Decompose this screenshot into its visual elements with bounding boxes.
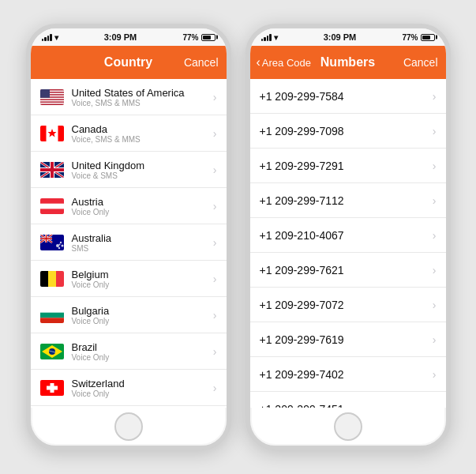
svg-rect-4 [40,97,64,99]
signal-icon-2 [261,33,272,41]
number-item[interactable]: +1 209-299-7072 › [250,288,446,322]
chevron-right-icon: › [433,194,437,207]
svg-rect-43 [40,318,64,323]
svg-rect-5 [40,100,64,101]
number-item[interactable]: +1 209-299-7621 › [250,253,446,288]
chevron-right-icon: › [433,229,437,242]
list-item[interactable]: Chile SMS › [31,406,227,408]
chevron-right-icon: › [433,90,437,103]
chevron-right-icon: › [213,91,217,103]
home-button-1[interactable] [114,412,143,441]
number-item[interactable]: +1 209-299-7402 › [250,357,446,392]
svg-rect-39 [48,271,56,287]
svg-rect-10 [58,126,64,141]
svg-rect-9 [40,126,47,141]
phone-numbers: ▾ 3:09 PM 77% ‹ Area Code Numbers Cancel… [245,24,451,450]
nav-bar-country: Country Cancel [31,46,227,79]
svg-rect-42 [40,312,64,318]
flag-australia [40,235,64,250]
svg-point-36 [61,244,63,246]
chevron-right-icon: › [213,127,217,140]
svg-rect-6 [40,102,64,103]
list-item[interactable]: United States of America Voice, SMS & MM… [31,79,227,115]
country-name-text: Australia SMS [72,232,213,253]
country-name-text: Belgium Voice Only [72,269,213,289]
svg-point-35 [58,246,59,248]
svg-rect-7 [40,89,50,98]
flag-bulgaria [40,307,64,323]
chevron-right-icon: › [213,273,217,285]
chevron-right-icon: › [213,345,217,358]
wifi-icon: ▾ [54,33,58,42]
country-name-text: Canada Voice, SMS & MMS [72,123,213,144]
number-item[interactable]: +1 209-299-7112 › [250,183,446,218]
list-item[interactable]: Canada Voice, SMS & MMS › [31,115,227,152]
status-bar-2: ▾ 3:09 PM 77% [250,28,446,46]
country-name-text: Switzerland Voice Only [72,378,213,398]
list-item[interactable]: Bulgaria Voice Only › [31,297,227,333]
battery-percent-1: 77% [182,33,198,42]
chevron-right-icon: › [213,382,217,394]
svg-point-33 [56,244,59,247]
svg-rect-40 [56,271,64,287]
chevron-right-icon: › [213,164,217,176]
svg-point-37 [58,243,60,245]
country-name-text: Bulgaria Voice Only [72,305,213,325]
flag-austria [40,198,64,214]
number-item[interactable]: +1 209-299-7584 › [250,79,446,114]
country-list: United States of America Voice, SMS & MM… [31,79,227,408]
flag-usa [40,89,64,105]
country-name-text: Austria Voice Only [72,196,213,216]
nav-title-country: Country [104,55,152,70]
chevron-right-icon: › [433,160,437,172]
battery-icon-1 [201,34,216,41]
phone-country: ▾ 3:09 PM 77% Country Cancel [26,24,231,450]
svg-rect-50 [47,386,58,389]
chevron-right-icon: › [213,236,217,249]
list-item[interactable]: Australia SMS › [31,224,227,261]
nav-title-numbers: Numbers [320,55,375,70]
wifi-icon-2: ▾ [274,33,278,42]
back-label: Area Code [262,57,311,69]
battery-icon-2 [421,34,435,41]
country-name-text: United States of America Voice, SMS & MM… [72,87,213,107]
home-button-2[interactable] [334,412,362,441]
number-item[interactable]: +1 209-299-7098 › [250,114,446,149]
nav-bar-numbers: ‹ Area Code Numbers Cancel [250,46,446,79]
status-bar-1: ▾ 3:09 PM 77% [31,28,227,46]
svg-point-34 [59,241,61,243]
signal-icon [42,33,52,41]
number-item[interactable]: +1 209-299-7451 › [250,392,446,408]
cancel-button-2[interactable]: Cancel [403,56,438,69]
list-item[interactable]: Austria Voice Only › [31,188,227,224]
number-item[interactable]: +1 209-210-4067 › [250,218,446,253]
chevron-right-icon: › [433,403,437,408]
battery-percent-2: 77% [402,33,418,42]
list-item[interactable]: Brazil Voice Only › [31,333,227,370]
flag-canada [40,126,64,141]
country-name-text: United Kingdom Voice & SMS [72,160,213,180]
svg-rect-22 [40,203,64,209]
country-name-text: Brazil Voice Only [72,341,213,362]
flag-switzerland [40,380,64,396]
list-item[interactable]: Belgium Voice Only › [31,261,227,297]
list-item[interactable]: United Kingdom Voice & SMS › [31,152,227,188]
chevron-right-icon: › [433,264,437,276]
chevron-left-icon: ‹ [257,55,260,70]
number-item[interactable]: +1 209-299-7619 › [250,322,446,357]
list-item[interactable]: Switzerland Voice Only › [31,370,227,406]
flag-uk [40,162,64,178]
chevron-right-icon: › [213,309,217,322]
svg-rect-38 [40,271,48,287]
status-time-1: 3:09 PM [104,32,137,42]
chevron-right-icon: › [433,368,437,381]
chevron-right-icon: › [433,299,437,311]
cancel-button-1[interactable]: Cancel [184,56,219,69]
back-button[interactable]: ‹ Area Code [257,55,311,70]
svg-rect-20 [40,168,64,171]
svg-rect-32 [40,238,52,239]
number-item[interactable]: +1 209-299-7291 › [250,149,446,183]
flag-brazil [40,344,64,359]
chevron-right-icon: › [433,125,437,137]
flag-belgium [40,271,64,287]
